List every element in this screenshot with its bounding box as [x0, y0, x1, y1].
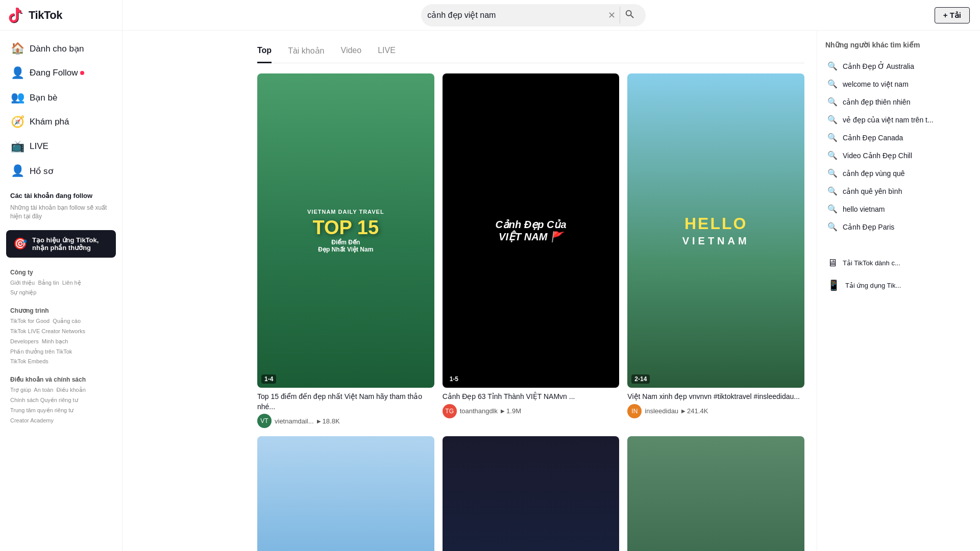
video-badge: 1-4 — [261, 374, 276, 384]
link-tro-giup[interactable]: Trợ giúp — [10, 387, 31, 393]
search-icon: 🔍 — [827, 115, 838, 124]
search-icon: 🔍 — [827, 61, 838, 71]
video-info: Top 15 điểm đến đẹp nhất Việt Nam hãy th… — [257, 392, 434, 428]
mobile-icon: 📱 — [827, 279, 840, 291]
download-desktop-label: Tải TikTok dành c... — [843, 259, 900, 267]
footer-policy: Điều khoản và chính sách Trợ giúp An toà… — [4, 370, 118, 428]
link-phan-thuong[interactable]: Phần thưởng trên TikTok — [10, 348, 72, 355]
suggestion-item[interactable]: 🔍 Video Cảnh Đẹp Chill — [825, 146, 972, 164]
sidebar-label: Dành cho bạn — [30, 43, 84, 54]
link-an-toan[interactable]: An toàn — [34, 387, 53, 393]
search-icon: 🔍 — [827, 168, 838, 178]
video-title: Cảnh Đẹp 63 Tỉnh Thành VIỆT NAMvn ... — [443, 392, 620, 402]
link-embeds[interactable]: TikTok Embeds — [10, 358, 48, 364]
link-tiktok-good[interactable]: TikTok for Good — [10, 318, 50, 324]
video-title: Việt Nam xinh đẹp vnvnvn #tiktoktravel #… — [627, 392, 804, 402]
video-title: Top 15 điểm đến đẹp nhất Việt Nam hãy th… — [257, 392, 434, 412]
link-live-creator[interactable]: TikTok LIVE Creator Networks — [10, 328, 85, 334]
sidebar-item-ho-so[interactable]: 👤 Hồ sơ — [4, 159, 118, 183]
download-desktop-action[interactable]: 🖥 Tải TikTok dành c... — [825, 252, 972, 274]
tab-tai-khoan[interactable]: Tài khoản — [288, 41, 324, 63]
link-gioi-thieu[interactable]: Giới thiệu — [10, 280, 35, 286]
suggestion-item[interactable]: 🔍 Cảnh Đẹp Canada — [825, 129, 972, 146]
suggestion-item[interactable]: 🔍 hello vietnam — [825, 200, 972, 218]
suggestion-item[interactable]: 🔍 welcome to việt nam — [825, 75, 972, 93]
sidebar-item-kham-pha[interactable]: 🧭 Khám phá — [4, 110, 118, 134]
search-icon: 🔍 — [827, 186, 838, 196]
video-meta: IN insleedidau ▶ 241.4K — [627, 404, 804, 418]
video-thumbnail: a heavy truth 2023-8-10 — [627, 436, 804, 551]
video-card[interactable]: VIETNAM DAILY TRAVEL TOP 15 Điểm ĐếnĐẹp … — [257, 73, 434, 428]
search-icon: 🔍 — [827, 151, 838, 160]
link-developers[interactable]: Developers — [10, 338, 39, 344]
sidebar-item-ban-be[interactable]: 👥 Bạn bè — [4, 86, 118, 109]
sidebar-item-live[interactable]: 📺 LIVE — [4, 135, 118, 158]
desktop-icon: 🖥 — [827, 257, 838, 269]
tab-top[interactable]: Top — [257, 41, 272, 63]
suggestion-text: cảnh quê yên bình — [843, 187, 902, 195]
link-chinh-sach[interactable]: Chính sách Quyền riêng tư — [10, 397, 78, 403]
avatar: VT — [257, 414, 272, 428]
link-dieu-khoan[interactable]: Điều khoản — [56, 387, 85, 393]
video-badge: 1-5 — [447, 374, 461, 384]
avatar: TG — [443, 404, 457, 418]
tiktok-logo[interactable]: TikTok — [0, 0, 122, 31]
sidebar-label: Khám phá — [30, 117, 69, 127]
tab-video[interactable]: Video — [341, 41, 362, 63]
suggestion-item[interactable]: 🔍 vẻ đẹp của việt nam trên t... — [825, 111, 972, 129]
suggestion-item[interactable]: 🔍 cảnh quê yên bình — [825, 182, 972, 200]
create-button[interactable]: + Tải — [935, 7, 970, 23]
sidebar-label: Đang Follow — [30, 68, 84, 78]
clear-search-icon[interactable]: ✕ — [608, 10, 616, 21]
link-creator-academy[interactable]: Creator Academy — [10, 417, 54, 423]
sidebar-item-dang-follow[interactable]: 👤 Đang Follow — [4, 61, 118, 85]
following-icon: 👤 — [10, 66, 24, 80]
video-thumbnail: VIET NAM TOP NHỮNG THÁC ĐẸP TỰ NHIÊN NHẤ… — [443, 436, 620, 551]
video-views: ▶ 18.8K — [317, 417, 340, 425]
search-input[interactable] — [427, 11, 604, 20]
tab-live[interactable]: LIVE — [378, 41, 396, 63]
header-right: + Tải — [935, 7, 970, 23]
suggestion-text: welcome to việt nam — [843, 80, 909, 88]
video-author: vietnamdail... — [275, 417, 314, 425]
download-mobile-action[interactable]: 📱 Tải ứng dụng Tik... — [825, 274, 972, 296]
content-area: Top Tài khoản Video LIVE VIETNAM DAILY T… — [245, 31, 817, 551]
download-mobile-label: Tải ứng dụng Tik... — [845, 282, 901, 289]
video-thumbnail: VIETNAM DAILY TRAVEL TOP 15 Điểm ĐếnĐẹp … — [257, 73, 434, 388]
link-bang-tin[interactable]: Bảng tin — [38, 280, 59, 286]
video-thumbnail: Cảnh Đẹp Của VIỆT NAM 🚩 1-5 — [443, 73, 620, 388]
video-grid: VIETNAM DAILY TRAVEL TOP 15 Điểm ĐếnĐẹp … — [257, 73, 804, 551]
live-icon: 📺 — [10, 140, 24, 153]
search-bar: ✕ — [421, 4, 646, 27]
sidebar-label: LIVE — [30, 141, 48, 152]
link-lien-he[interactable]: Liên hệ — [62, 280, 81, 286]
suggestion-text: Cảnh Đẹp Canada — [843, 134, 903, 142]
video-card[interactable]: Cảnh Đẹp Của VIỆT NAM 🚩 1-5 Cảnh Đẹp 63 … — [443, 73, 620, 428]
link-trung-tam[interactable]: Trung tâm quyền riêng tư — [10, 407, 74, 413]
promo-banner[interactable]: 🎯 Tạo hiệu ứng TikTok, nhận phần thưởng — [6, 230, 116, 258]
search-icon — [624, 9, 635, 20]
video-card[interactable]: VIET NAM TOP NHỮNG THÁC ĐẸP TỰ NHIÊN NHẤ… — [443, 436, 620, 551]
video-card[interactable]: a heavy truth 2023-8-10 Vì cuộc đời là n… — [627, 436, 804, 551]
header: ✕ + Tải — [122, 0, 980, 31]
promo-icon: 🎯 — [13, 237, 27, 251]
search-button[interactable] — [620, 7, 640, 23]
video-info: Việt Nam xinh đẹp vnvnvn #tiktoktravel #… — [627, 392, 804, 418]
link-quang-cao[interactable]: Quảng cáo — [53, 318, 81, 324]
link-su-nghiep[interactable]: Sự nghiệp — [10, 289, 36, 295]
suggestion-text: hello vietnam — [843, 205, 885, 213]
right-panel: Những người khác tìm kiếm 🔍 Cảnh Đẹp Ở A… — [817, 31, 980, 551]
suggestion-item[interactable]: 🔍 cảnh đẹp vùng quê — [825, 164, 972, 182]
suggestion-item[interactable]: 🔍 Cảnh Đẹp Paris — [825, 218, 972, 236]
link-minh-bach[interactable]: Minh bạch — [42, 338, 68, 344]
video-card[interactable]: HELLO VIETNAM 2-14 Việt Nam xinh đẹp vnv… — [627, 73, 804, 428]
sidebar-item-danh-cho-ban[interactable]: 🏠 Dành cho bạn — [4, 37, 118, 60]
suggestion-text: Cảnh Đẹp Ở Australia — [843, 62, 914, 70]
video-card[interactable]: Một vòng VIỆT NAM 🚩 2023-10-30 Một vòng … — [257, 436, 434, 551]
search-icon: 🔍 — [827, 222, 838, 232]
suggestion-item[interactable]: 🔍 Cảnh Đẹp Ở Australia — [825, 57, 972, 75]
suggestion-item[interactable]: 🔍 cảnh đẹp thiên nhiên — [825, 93, 972, 111]
notification-dot — [80, 71, 84, 75]
friends-icon: 👥 — [10, 91, 24, 104]
tabs: Top Tài khoản Video LIVE — [257, 41, 804, 63]
